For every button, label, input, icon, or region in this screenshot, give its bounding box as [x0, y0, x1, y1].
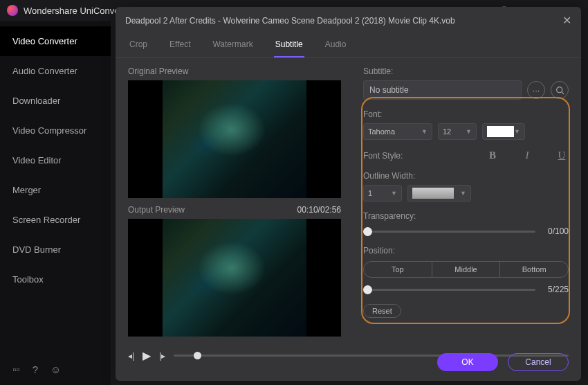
chevron-down-icon: ▼ — [466, 128, 472, 135]
search-icon[interactable] — [551, 81, 569, 99]
play-button[interactable]: ▶ — [143, 349, 151, 362]
tab-effect[interactable]: Effect — [168, 34, 192, 57]
help-icon[interactable]: ? — [33, 364, 38, 375]
output-preview — [128, 219, 341, 337]
reset-button[interactable]: Reset — [363, 304, 401, 318]
outline-width-select[interactable]: 1▼ — [363, 185, 402, 202]
sidebar-item-dvd-burner[interactable]: DVD Burner — [0, 235, 111, 265]
transparency-label: Transparency: — [363, 211, 569, 221]
tab-bar: Crop Effect Watermark Subtitle Audio — [116, 34, 581, 58]
manual-icon[interactable]: ▫▫ — [12, 364, 20, 375]
color-swatch-white — [487, 126, 514, 137]
ok-button[interactable]: OK — [437, 353, 498, 371]
font-label: Font: — [363, 109, 569, 119]
italic-button[interactable]: I — [520, 150, 534, 161]
underline-button[interactable]: U — [555, 150, 569, 161]
position-value: 5/225 — [541, 285, 569, 294]
sidebar-item-video-converter[interactable]: Video Converter — [0, 26, 111, 56]
more-icon[interactable]: ··· — [527, 81, 545, 99]
account-icon[interactable]: ☺ — [50, 364, 61, 375]
position-label: Position: — [363, 246, 569, 256]
tab-subtitle[interactable]: Subtitle — [274, 34, 304, 57]
close-icon[interactable]: ✕ — [562, 14, 571, 27]
position-bottom[interactable]: Bottom — [499, 262, 568, 277]
position-segmented: Top Middle Bottom — [363, 261, 569, 278]
svg-line-1 — [561, 91, 563, 93]
subtitle-dialog: Deadpool 2 After Credits - Wolverine Cam… — [116, 7, 581, 381]
original-preview-label: Original Preview — [128, 66, 349, 76]
color-swatch-gray — [412, 188, 454, 199]
step-forward-button[interactable]: |▸ — [159, 351, 165, 361]
chevron-down-icon: ▼ — [514, 128, 520, 135]
chevron-down-icon: ▼ — [421, 128, 428, 135]
subtitle-select[interactable]: No subtitle — [363, 80, 522, 100]
timecode: 00:10/02:56 — [297, 205, 341, 219]
outline-width-label: Outline Width: — [363, 171, 569, 181]
step-back-button[interactable]: ◂| — [128, 351, 134, 361]
tab-watermark[interactable]: Watermark — [211, 34, 254, 57]
sidebar-item-downloader[interactable]: Downloader — [0, 86, 111, 116]
cancel-button[interactable]: Cancel — [508, 353, 569, 371]
position-top[interactable]: Top — [364, 262, 432, 277]
outline-color-select[interactable]: ▼ — [407, 185, 471, 202]
bold-button[interactable]: B — [486, 150, 499, 161]
position-slider[interactable] — [363, 289, 535, 291]
svg-point-0 — [556, 87, 562, 92]
sidebar-item-video-compressor[interactable]: Video Compressor — [0, 116, 111, 145]
sidebar-item-video-editor[interactable]: Video Editor — [0, 145, 111, 175]
position-middle[interactable]: Middle — [432, 262, 500, 277]
tab-crop[interactable]: Crop — [128, 34, 149, 57]
font-style-label: Font Style: — [363, 151, 405, 161]
chevron-down-icon: ▼ — [460, 190, 466, 197]
sidebar-item-toolbox[interactable]: Toolbox — [0, 265, 111, 294]
font-family-select[interactable]: Tahoma▼ — [363, 123, 432, 140]
dialog-title: Deadpool 2 After Credits - Wolverine Cam… — [125, 16, 455, 26]
sidebar: Video Converter Audio Converter Download… — [0, 21, 111, 385]
font-size-select[interactable]: 12▼ — [438, 123, 477, 140]
font-color-select[interactable]: ▼ — [482, 123, 525, 140]
transparency-slider[interactable] — [363, 231, 535, 233]
sidebar-item-audio-converter[interactable]: Audio Converter — [0, 56, 111, 86]
app-logo-icon — [7, 5, 18, 16]
tab-audio[interactable]: Audio — [324, 34, 348, 57]
sidebar-item-screen-recorder[interactable]: Screen Recorder — [0, 205, 111, 235]
subtitle-label: Subtitle: — [363, 66, 569, 76]
chevron-down-icon: ▼ — [391, 190, 397, 197]
sidebar-item-merger[interactable]: Merger — [0, 175, 111, 205]
original-preview — [128, 80, 341, 198]
output-preview-label: Output Preview — [128, 205, 185, 215]
transparency-value: 0/100 — [541, 226, 569, 236]
